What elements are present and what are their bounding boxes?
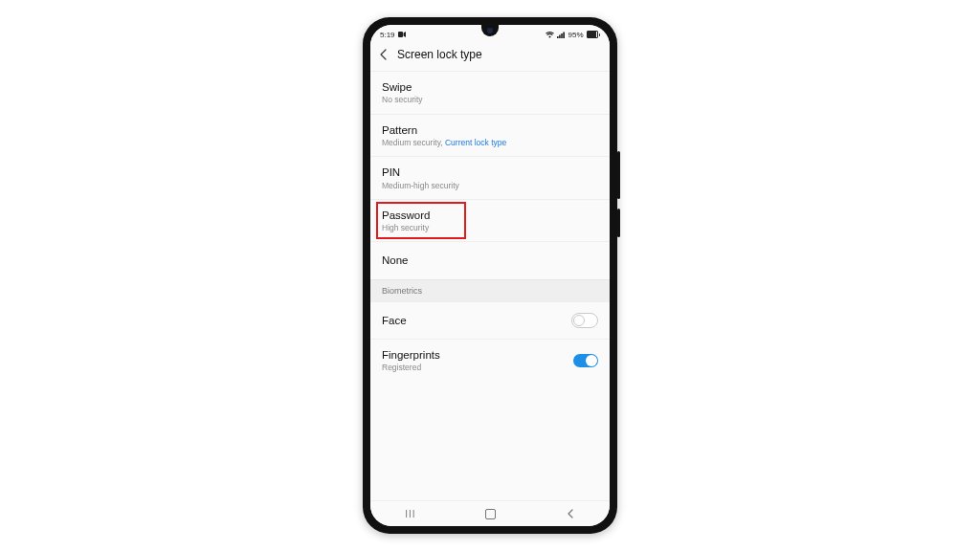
phone-frame: 5:19 95% bbox=[363, 17, 617, 534]
item-none[interactable]: None bbox=[370, 241, 610, 278]
svg-rect-0 bbox=[398, 32, 403, 37]
item-password[interactable]: Password High security bbox=[370, 199, 610, 242]
side-button bbox=[617, 209, 620, 237]
toggle-face[interactable] bbox=[571, 313, 598, 328]
battery-pct: 95% bbox=[568, 31, 583, 39]
item-face[interactable]: Face bbox=[370, 301, 610, 339]
nav-back-button[interactable] bbox=[566, 509, 575, 518]
item-sub: Medium-high security bbox=[382, 181, 598, 190]
status-time: 5:19 bbox=[380, 31, 395, 39]
item-sub: No security bbox=[382, 95, 598, 104]
side-button bbox=[617, 151, 620, 199]
item-sub: Registered bbox=[382, 363, 573, 372]
section-biometrics: Biometrics bbox=[370, 279, 610, 301]
item-label: None bbox=[382, 251, 598, 270]
item-sub: High security bbox=[382, 223, 598, 232]
wifi-icon bbox=[546, 32, 554, 38]
nav-recents-button[interactable]: III bbox=[405, 509, 415, 519]
video-icon bbox=[398, 32, 406, 37]
item-label: PIN bbox=[382, 165, 598, 179]
item-swipe[interactable]: Swipe No security bbox=[370, 71, 610, 114]
phone-screen: 5:19 95% bbox=[370, 25, 610, 526]
page-header: Screen lock type bbox=[370, 42, 610, 71]
item-pin[interactable]: PIN Medium-high security bbox=[370, 156, 610, 199]
signal-icon bbox=[557, 32, 565, 38]
nav-home-button[interactable] bbox=[485, 509, 496, 519]
lock-type-list: Swipe No security Pattern Medium securit… bbox=[370, 71, 610, 382]
item-label: Pattern bbox=[382, 123, 598, 137]
item-label: Password bbox=[382, 209, 598, 222]
item-sub: Medium security, Current lock type bbox=[382, 138, 598, 147]
back-button[interactable] bbox=[378, 49, 390, 60]
item-pattern[interactable]: Pattern Medium security, Current lock ty… bbox=[370, 114, 610, 157]
page-title: Screen lock type bbox=[397, 48, 482, 61]
item-label: Face bbox=[382, 311, 571, 330]
item-label: Swipe bbox=[382, 80, 598, 94]
item-label: Fingerprints bbox=[382, 348, 573, 362]
toggle-fingerprints[interactable] bbox=[573, 354, 598, 367]
nav-bar: III bbox=[370, 500, 610, 526]
battery-icon bbox=[587, 31, 601, 38]
item-fingerprints[interactable]: Fingerprints Registered bbox=[370, 339, 610, 382]
